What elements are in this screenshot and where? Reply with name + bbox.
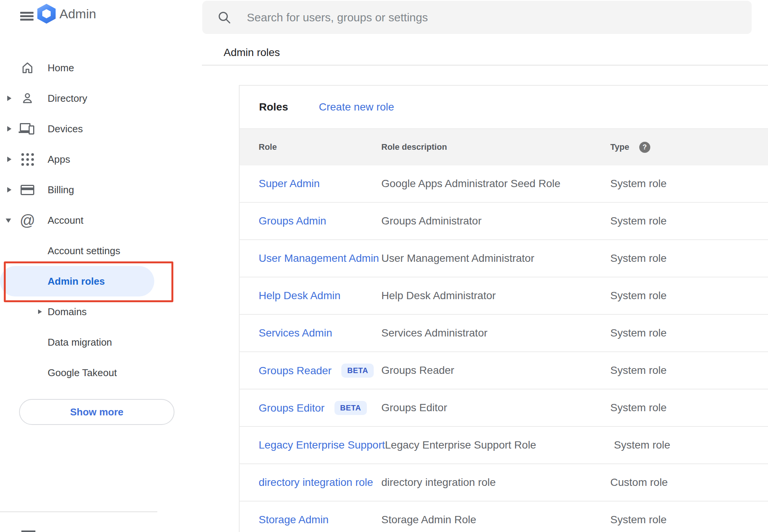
- at-icon: @: [20, 213, 35, 228]
- sidebar-item-label: Domains: [48, 306, 87, 318]
- role-type: System role: [610, 215, 768, 227]
- show-more-label: Show more: [70, 406, 123, 418]
- role-type: System role: [610, 327, 768, 339]
- sidebar-item-home[interactable]: Home: [0, 53, 157, 83]
- create-new-role-link[interactable]: Create new role: [319, 101, 394, 113]
- column-header-type: Type: [610, 142, 629, 152]
- expand-arrow-icon[interactable]: [7, 157, 11, 162]
- role-description: Groups Administrator: [381, 215, 610, 227]
- table-row: Services AdminServices AdministratorSyst…: [240, 315, 768, 352]
- sidebar-item-label: Billing: [48, 184, 74, 196]
- table-row: Groups EditorBETAGroups EditorSystem rol…: [240, 389, 768, 427]
- role-type: Custom role: [610, 476, 768, 489]
- sidebar-item-account-settings[interactable]: Account settings: [0, 236, 157, 266]
- sidebar-item-label: Account: [48, 215, 83, 226]
- apps-icon: [20, 152, 35, 167]
- column-header-description: Role description: [381, 142, 610, 152]
- sidebar-item-label: Admin roles: [48, 276, 105, 287]
- sidebar-item-directory[interactable]: Directory: [0, 83, 157, 114]
- role-type: System role: [610, 178, 768, 190]
- home-icon: [20, 60, 35, 75]
- content-divider: [202, 65, 768, 66]
- sidebar-item-label: Devices: [48, 123, 83, 135]
- table-header-row: Role Role description Type ?: [240, 128, 768, 165]
- beta-badge: BETA: [341, 364, 374, 378]
- help-icon[interactable]: ?: [639, 142, 650, 153]
- column-header-role: Role: [240, 142, 381, 152]
- sidebar-item-label: Directory: [48, 93, 87, 104]
- sidebar-item-label: Apps: [48, 154, 70, 165]
- sidebar-item-data-migration[interactable]: Data migration: [0, 327, 157, 357]
- admin-console-page: Admin Search for users, groups or settin…: [0, 0, 768, 532]
- roles-card: Roles Create new role Role Role descript…: [239, 85, 768, 532]
- role-description: Services Administrator: [381, 327, 610, 339]
- role-description: Storage Admin Role: [381, 514, 610, 526]
- person-icon: [20, 91, 35, 106]
- table-row: Groups ReaderBETAGroups ReaderSystem rol…: [240, 352, 768, 389]
- card-icon: [20, 182, 35, 197]
- beta-badge: BETA: [334, 401, 367, 415]
- role-description: Legacy Enterprise Support Role: [385, 439, 614, 451]
- role-link[interactable]: Services Admin: [259, 327, 332, 339]
- sidebar-divider: [0, 511, 157, 512]
- role-type: System role: [610, 252, 768, 264]
- search-input[interactable]: Search for users, groups or settings: [202, 1, 752, 34]
- role-link[interactable]: Storage Admin: [259, 514, 329, 526]
- collapse-arrow-icon[interactable]: [6, 219, 11, 223]
- sidebar-item-google-takeout[interactable]: Google Takeout: [0, 357, 157, 388]
- role-link[interactable]: directory integration role: [259, 476, 373, 488]
- sidebar-item-label: Google Takeout: [48, 367, 117, 379]
- role-link[interactable]: Super Admin: [259, 178, 320, 189]
- role-link[interactable]: Legacy Enterprise Support: [259, 439, 385, 451]
- role-type: System role: [610, 402, 768, 414]
- table-row: Storage AdminStorage Admin RoleSystem ro…: [240, 502, 768, 532]
- role-description: Groups Editor: [381, 402, 610, 414]
- role-link[interactable]: Groups Admin: [259, 215, 326, 227]
- table-row: directory integration roledirectory inte…: [240, 464, 768, 502]
- card-title: Roles: [259, 101, 288, 113]
- table-row: Super AdminGoogle Apps Administrator See…: [240, 165, 768, 203]
- role-link[interactable]: Groups Editor: [259, 402, 325, 414]
- search-icon: [217, 10, 232, 25]
- sidebar-item-domains[interactable]: Domains: [0, 296, 157, 327]
- role-description: User Management Administrator: [381, 252, 610, 264]
- search-placeholder: Search for users, groups or settings: [247, 11, 428, 24]
- sidebar-item-admin-roles[interactable]: Admin roles: [0, 266, 157, 296]
- show-more-button[interactable]: Show more: [19, 399, 174, 425]
- table-row: Help Desk AdminHelp Desk AdministratorSy…: [240, 277, 768, 315]
- role-type: System role: [610, 290, 768, 302]
- sidebar: HomeDirectoryDevicesAppsBilling@AccountA…: [0, 0, 157, 532]
- sidebar-item-label: Home: [48, 62, 74, 74]
- expand-arrow-icon[interactable]: [7, 187, 11, 192]
- role-description: directory integration role: [381, 476, 610, 489]
- expand-arrow-icon[interactable]: [38, 309, 42, 314]
- table-row: Legacy Enterprise SupportLegacy Enterpri…: [240, 427, 768, 464]
- role-link[interactable]: Groups Reader: [259, 365, 331, 377]
- sidebar-item-account[interactable]: @Account: [0, 205, 157, 236]
- sidebar-item-devices[interactable]: Devices: [0, 114, 157, 144]
- role-description: Groups Reader: [381, 364, 610, 377]
- sidebar-item-label: Data migration: [48, 337, 112, 348]
- sidebar-item-apps[interactable]: Apps: [0, 144, 157, 175]
- sidebar-item-label: Account settings: [48, 245, 120, 257]
- expand-arrow-icon[interactable]: [7, 96, 11, 101]
- role-type: System role: [610, 514, 768, 526]
- expand-arrow-icon[interactable]: [7, 126, 11, 131]
- breadcrumb: Admin roles: [224, 46, 280, 59]
- sidebar-item-billing[interactable]: Billing: [0, 175, 157, 205]
- role-link[interactable]: Help Desk Admin: [259, 290, 341, 301]
- role-type: System role: [614, 439, 768, 451]
- partial-section-icon: [21, 530, 35, 532]
- role-description: Google Apps Administrator Seed Role: [381, 178, 610, 190]
- table-row: Groups AdminGroups AdministratorSystem r…: [240, 203, 768, 240]
- devices-icon: [20, 121, 35, 136]
- role-type: System role: [610, 364, 768, 377]
- card-title-row: Roles Create new role: [240, 86, 768, 128]
- roles-table-body: Super AdminGoogle Apps Administrator See…: [240, 165, 768, 532]
- role-description: Help Desk Administrator: [381, 290, 610, 302]
- role-link[interactable]: User Management Admin: [259, 252, 379, 264]
- table-row: User Management AdminUser Management Adm…: [240, 240, 768, 277]
